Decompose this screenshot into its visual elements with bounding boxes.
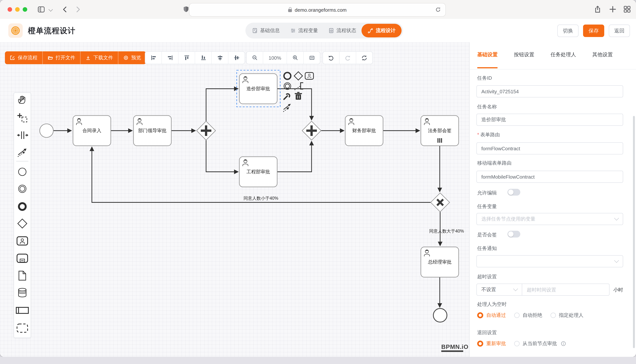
task-name-input[interactable]	[476, 114, 623, 126]
bpmn-io-watermark[interactable]: BPMN.iO	[441, 344, 469, 352]
multi-instance-marker	[438, 138, 442, 143]
save-button[interactable]: 保存	[583, 24, 604, 37]
back-button[interactable]	[61, 6, 69, 13]
task-contract-entry[interactable]: 合同录入	[73, 116, 111, 146]
page-title: 橙单流程设计	[28, 26, 76, 36]
end-event-node[interactable]	[433, 308, 447, 322]
radio-assign-handler[interactable]: 指定处理人	[551, 312, 583, 319]
exclusive-gateway[interactable]	[431, 193, 450, 212]
append-end-event-icon[interactable]	[284, 72, 291, 79]
task-legal[interactable]: 法务部会签	[421, 116, 459, 146]
svg-text:财务部审批: 财务部审批	[352, 128, 376, 133]
task-dept-leader[interactable]: 部门领导审批	[133, 116, 171, 146]
tab-flow-variables[interactable]: 流程变量	[285, 24, 323, 38]
start-event-node[interactable]	[40, 124, 53, 138]
append-intermediate-event-icon[interactable]	[284, 83, 291, 90]
close-window-button[interactable]	[8, 7, 12, 12]
sliders-icon	[290, 28, 296, 33]
connect-icon[interactable]	[283, 104, 291, 112]
append-gateway-icon[interactable]	[294, 72, 303, 80]
task-finance[interactable]: 财务部审批	[345, 116, 383, 146]
flow-split-to-engineering[interactable]	[206, 140, 238, 172]
screen: demo.orangeforms.com	[0, 0, 636, 364]
allow-edit-label: 允许编辑	[477, 190, 497, 196]
timeout-mode-select[interactable]: 不设置	[476, 284, 522, 296]
sidebar-toggle-icon[interactable]	[37, 5, 45, 14]
reload-icon[interactable]	[435, 7, 441, 12]
svg-text:工程部审批: 工程部审批	[247, 169, 270, 174]
edge-label-gt40[interactable]: 同意人数大于40%	[429, 229, 464, 234]
parallel-gateway-join[interactable]	[302, 121, 321, 140]
sidebar-chevron-icon[interactable]	[49, 7, 53, 12]
form-route-input[interactable]	[476, 142, 623, 154]
minimize-window-button[interactable]	[15, 7, 20, 12]
diagram-workarea: 保存流程 打开文件 下载文件 预览	[0, 42, 469, 357]
svg-text:合同录入: 合同录入	[82, 128, 101, 133]
properties-panel: 基础设置 按钮设置 任务处理人 其他设置 任务ID 任务名称 *表单路由 移动端…	[469, 42, 636, 357]
svg-text:BPMN.iO: BPMN.iO	[441, 344, 469, 350]
task-gm[interactable]: 总经理审批	[421, 247, 459, 277]
tab-flow-status[interactable]: 流程状态	[323, 24, 361, 38]
chevron-down-icon	[513, 286, 518, 291]
share-icon[interactable]	[594, 5, 602, 13]
flow-engineering-to-join[interactable]	[277, 141, 312, 172]
radio-icon	[514, 313, 520, 318]
mobile-form-route-input[interactable]	[476, 171, 623, 183]
flow-split-to-cost[interactable]	[206, 89, 238, 121]
task-cost-dept[interactable]: 造价部审批	[239, 74, 277, 104]
panel-divider	[470, 69, 636, 70]
flow-icon	[367, 28, 373, 34]
panel-scrollbar[interactable]	[633, 116, 635, 348]
wrench-icon[interactable]	[284, 94, 290, 99]
radio-selected-icon	[477, 340, 483, 347]
append-user-task-icon[interactable]	[305, 72, 313, 79]
countersign-label: 是否会签	[477, 232, 497, 238]
tab-overview-icon[interactable]	[623, 5, 631, 13]
info-icon[interactable]	[561, 341, 566, 346]
svg-text:总经理审批: 总经理审批	[428, 259, 452, 264]
doc-edit-icon	[252, 28, 258, 33]
bpmn-canvas[interactable]: 同意人数小于40% 同意人数大于40% 合同录入 部门领导审批	[0, 42, 469, 357]
privacy-shield-icon[interactable]	[182, 6, 190, 13]
mobile-form-route-label: 移动端表单路由	[477, 160, 512, 166]
radio-auto-reject[interactable]: 自动拒绝	[514, 312, 542, 319]
switch-button[interactable]: 切换	[557, 24, 578, 37]
tab-task-assignee[interactable]: 任务处理人	[551, 51, 576, 58]
radio-restart-approval[interactable]: 重新审批	[477, 340, 506, 347]
doc-clock-icon	[329, 28, 334, 33]
parallel-gateway-split[interactable]	[197, 121, 216, 140]
trash-icon[interactable]	[295, 92, 302, 100]
radio-selected-icon	[477, 312, 483, 318]
task-id-label: 任务ID	[477, 75, 492, 82]
timeout-hours-input[interactable]	[522, 284, 609, 296]
tab-other-settings[interactable]: 其他设置	[592, 51, 613, 58]
lock-icon	[288, 9, 292, 12]
tab-basic-settings[interactable]: 基础设置	[477, 51, 498, 58]
edge-label-lt40[interactable]: 同意人数小于40%	[244, 196, 278, 201]
countersign-toggle[interactable]	[507, 231, 520, 238]
tab-basic-info[interactable]: 基础信息	[247, 24, 285, 38]
allow-edit-toggle[interactable]	[507, 189, 520, 196]
radio-icon	[551, 313, 556, 318]
new-tab-icon[interactable]	[609, 5, 617, 13]
address-bar[interactable]: demo.orangeforms.com	[189, 3, 446, 16]
tab-button-settings[interactable]: 按钮设置	[514, 51, 534, 58]
radio-auto-approve[interactable]: 自动通过	[477, 312, 506, 319]
task-notify-select[interactable]	[476, 255, 623, 267]
timeout-label: 超时设置	[477, 274, 497, 280]
zoom-window-button[interactable]	[23, 7, 27, 12]
assignee-empty-label: 处理人为空时	[477, 301, 507, 308]
tab-flow-design[interactable]: 流程设计	[361, 24, 401, 38]
task-notify-label: 任务通知	[477, 245, 497, 252]
svg-text:造价部审批: 造价部审批	[247, 86, 270, 91]
task-id-input[interactable]	[476, 85, 623, 98]
svg-text:法务部会签: 法务部会签	[428, 128, 452, 133]
forward-button[interactable]	[74, 6, 82, 13]
flow-cost-to-join[interactable]	[277, 89, 312, 120]
back-button-app[interactable]: 返回	[609, 24, 630, 37]
app-logo	[8, 24, 23, 38]
task-variable-label: 任务变量	[477, 203, 497, 210]
radio-from-current-node[interactable]: 从当前节点审批	[514, 340, 566, 347]
task-variable-select[interactable]: 选择任务节点使用的变量	[476, 213, 623, 225]
task-engineering[interactable]: 工程部审批	[239, 157, 277, 187]
